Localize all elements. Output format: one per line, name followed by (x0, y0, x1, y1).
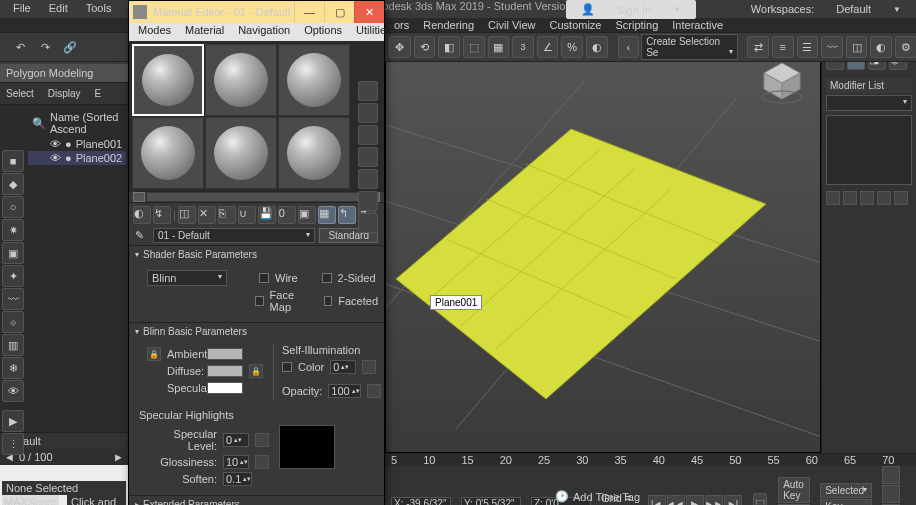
color-spinner[interactable]: 0▴▾ (330, 360, 356, 374)
remove-mod-button[interactable] (877, 191, 891, 205)
key-filters-button[interactable]: Key Filters... (820, 499, 872, 506)
autokey-button[interactable]: Auto Key (778, 477, 810, 503)
sample-slot-6[interactable] (278, 117, 350, 189)
material-name-dropdown[interactable]: 01 - Default (153, 228, 315, 243)
undo-button[interactable]: ↶ (9, 36, 31, 58)
ambient-swatch[interactable] (207, 348, 243, 360)
video-check-button[interactable] (358, 169, 378, 189)
spinner-snap-button[interactable]: ◐ (586, 36, 608, 58)
get-material-button[interactable]: ◐ (133, 206, 151, 224)
minimize-button[interactable]: — (294, 1, 324, 23)
layers-button[interactable]: ☰ (797, 36, 819, 58)
vb-all[interactable]: ■ (2, 150, 24, 172)
goto-start-button[interactable]: |◄ (648, 495, 666, 506)
maximize-button[interactable]: ▢ (324, 1, 354, 23)
polygon-modeling-header[interactable]: Polygon Modeling (0, 64, 128, 83)
vb-geo[interactable]: ◆ (2, 173, 24, 195)
put-to-scene-button[interactable]: ↯ (153, 206, 171, 224)
scene-item-plane002[interactable]: 👁 ● Plane002 (28, 151, 126, 165)
make-copy-button[interactable]: ⎘ (218, 206, 236, 224)
workspace-selector[interactable]: Workspaces: Default ▼ (742, 1, 910, 17)
percent-snap-button[interactable]: % (561, 36, 583, 58)
scale-button[interactable]: ◧ (438, 36, 460, 58)
sample-scrollbar[interactable] (129, 192, 384, 202)
tab-display[interactable]: Display (44, 87, 85, 100)
menu-customize[interactable]: Customize (544, 18, 608, 32)
menu-modes[interactable]: Modes (131, 23, 178, 41)
eyedropper-icon[interactable]: ✎ (135, 229, 149, 243)
freeze-icon[interactable]: ● (65, 138, 72, 150)
freeze-icon[interactable]: ● (65, 152, 72, 164)
diffuse-ambient-lock[interactable]: 🔒 (249, 364, 263, 378)
material-editor-button[interactable]: ◐ (870, 36, 892, 58)
vb-bone[interactable]: ⟐ (2, 311, 24, 333)
background-button[interactable] (358, 125, 378, 145)
mirror-button[interactable]: ⇄ (747, 36, 769, 58)
reset-button[interactable]: ✕ (198, 206, 216, 224)
opacity-map-button[interactable] (367, 384, 381, 398)
vb-extra[interactable]: ⋮ (2, 433, 24, 455)
facemap-checkbox[interactable] (255, 296, 264, 306)
rollout-blinn-header[interactable]: Blinn Basic Parameters (129, 322, 384, 340)
show-end-result-button[interactable]: ▦ (318, 206, 336, 224)
modifier-list-dropdown[interactable] (826, 95, 912, 111)
vb-shapes[interactable]: ○ (2, 196, 24, 218)
make-unique-button[interactable]: ∪ (238, 206, 256, 224)
sample-slot-5[interactable] (205, 117, 277, 189)
menu-tools[interactable]: Tools (77, 0, 121, 18)
column-header-name[interactable]: 🔍 Name (Sorted Ascend (28, 109, 126, 137)
redo-button[interactable]: ↷ (34, 36, 56, 58)
menu-interactive[interactable]: Interactive (666, 18, 729, 32)
coord-y[interactable]: Y: 0'5 5/32" (461, 497, 521, 505)
preview-button[interactable] (358, 191, 378, 211)
diffuse-swatch[interactable] (207, 365, 243, 377)
menu-edit[interactable]: Edit (40, 0, 77, 18)
curve-editor-button[interactable]: 〰 (821, 36, 843, 58)
addtime-icon[interactable]: 🕑 (555, 490, 569, 503)
angle-snap-button[interactable]: ∠ (537, 36, 559, 58)
glossiness-spinner[interactable]: 10▴▾ (223, 455, 249, 469)
add-time-tag[interactable]: Add Time Tag (573, 491, 640, 503)
vb-hidden[interactable]: 👁 (2, 380, 24, 402)
twosided-checkbox[interactable] (322, 273, 332, 283)
selection-set-dropdown[interactable]: Create Selection Se (641, 34, 738, 60)
placement-button[interactable]: ⬚ (463, 36, 485, 58)
options-button[interactable] (358, 213, 378, 233)
vb-helpers[interactable]: ✦ (2, 265, 24, 287)
config-button[interactable] (894, 191, 908, 205)
matid-button[interactable]: 0 (278, 206, 296, 224)
vb-lights[interactable]: ✷ (2, 219, 24, 241)
viewcube[interactable] (760, 59, 805, 104)
sample-slot-4[interactable] (132, 117, 204, 189)
eye-icon[interactable]: 👁 (50, 138, 61, 150)
show-in-vp-button[interactable]: ▣ (298, 206, 316, 224)
rollout-extended-header[interactable]: Extended Parameters (129, 495, 384, 505)
put-library-button[interactable]: 💾 (258, 206, 276, 224)
vb-space[interactable]: 〰 (2, 288, 24, 310)
gloss-map-button[interactable] (255, 455, 269, 469)
snap-3-button[interactable]: 3 (512, 36, 534, 58)
material-editor-titlebar[interactable]: Material Editor - 01 - Default — ▢ ✕ (129, 1, 384, 23)
rotate-button[interactable]: ⟲ (414, 36, 436, 58)
time-ruler[interactable]: 5 10 15 20 25 30 35 40 45 50 55 60 65 70… (385, 454, 916, 466)
scroll-track[interactable] (147, 193, 366, 201)
slider-right-icon[interactable]: ► (113, 451, 124, 463)
scene-item-plane001[interactable]: 👁 ● Plane001 (28, 137, 126, 151)
pin-stack-button[interactable] (826, 191, 840, 205)
prev-frame-button[interactable]: ◄◄ (667, 495, 685, 506)
zoom-button[interactable] (882, 466, 900, 484)
isolate-button[interactable]: ⬚ (753, 493, 768, 506)
coord-x[interactable]: X: -39.6/32" (391, 497, 451, 505)
vb-play[interactable]: ▶ (2, 410, 24, 432)
link-button[interactable]: 🔗 (59, 36, 81, 58)
sample-slot-1[interactable] (132, 44, 204, 116)
signin-button[interactable]: 👤 Sign In ▼ (566, 0, 696, 19)
close-button[interactable]: ✕ (354, 1, 384, 23)
ambient-lock-button[interactable]: 🔒 (147, 347, 161, 361)
align-button[interactable]: ≡ (772, 36, 794, 58)
menu-file[interactable]: File (4, 0, 40, 18)
wire-checkbox[interactable] (259, 273, 269, 283)
next-frame-button[interactable]: ►► (705, 495, 723, 506)
schematic-button[interactable]: ◫ (846, 36, 868, 58)
vb-container[interactable]: ▥ (2, 334, 24, 356)
